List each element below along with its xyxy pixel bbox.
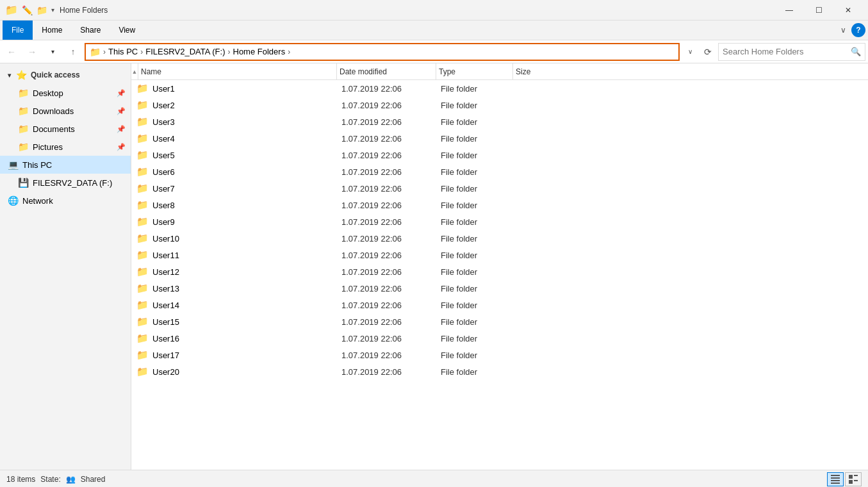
recent-locations-button[interactable]: ▾ xyxy=(44,43,61,61)
file-type: File folder xyxy=(441,317,518,327)
table-row[interactable]: 📁 User3 1.07.2019 22:06 File folder xyxy=(131,113,868,130)
pin-icon-desktop: 📌 xyxy=(117,89,126,97)
downloads-icon: 📁 xyxy=(18,106,29,116)
file-type: File folder xyxy=(441,334,518,343)
folder-icon: 📁 xyxy=(136,199,149,211)
file-date: 1.07.2019 22:06 xyxy=(341,134,441,144)
pictures-icon: 📁 xyxy=(18,142,29,152)
up-button[interactable]: ↑ xyxy=(64,43,82,61)
file-name: User6 xyxy=(152,167,175,177)
table-row[interactable]: 📁 User1 1.07.2019 22:06 File folder xyxy=(131,80,868,97)
table-row[interactable]: 📁 User16 1.07.2019 22:06 File folder xyxy=(131,330,868,347)
folder-icon: 📁 xyxy=(136,283,149,294)
file-date: 1.07.2019 22:06 xyxy=(341,101,441,110)
forward-button[interactable]: → xyxy=(23,43,41,61)
table-row[interactable]: 📁 User4 1.07.2019 22:06 File folder xyxy=(131,130,868,147)
quick-access-star-icon: ⭐ xyxy=(16,70,27,80)
table-row[interactable]: 📁 User5 1.07.2019 22:06 File folder xyxy=(131,147,868,163)
col-header-size[interactable]: Size xyxy=(513,63,577,79)
tab-view[interactable]: View xyxy=(110,21,144,40)
quick-access-collapse-icon: ▾ xyxy=(8,72,11,79)
file-date: 1.07.2019 22:06 xyxy=(341,251,441,260)
table-row[interactable]: 📁 User7 1.07.2019 22:06 File folder xyxy=(131,180,868,197)
back-button[interactable]: ← xyxy=(3,43,20,61)
breadcrumb-part-folder[interactable]: Home Folders xyxy=(233,47,286,56)
minimize-button[interactable]: — xyxy=(774,0,804,21)
table-row[interactable]: 📁 User11 1.07.2019 22:06 File folder xyxy=(131,247,868,263)
file-type: File folder xyxy=(441,201,518,210)
column-headers: ▲ Name Date modified Type Size xyxy=(131,63,868,80)
title-quick-access-icon: 📁 xyxy=(37,5,47,15)
table-row[interactable]: 📁 User2 1.07.2019 22:06 File folder xyxy=(131,97,868,113)
col-header-date[interactable]: Date modified xyxy=(337,63,436,79)
table-row[interactable]: 📁 User9 1.07.2019 22:06 File folder xyxy=(131,213,868,230)
svg-rect-4 xyxy=(849,475,853,479)
sidebar-item-desktop[interactable]: 📁 Desktop 📌 xyxy=(0,84,131,102)
content-view-button[interactable] xyxy=(845,472,862,486)
sidebar-item-downloads[interactable]: 📁 Downloads 📌 xyxy=(0,102,131,120)
sidebar-item-filesrv2[interactable]: 💾 FILESRV2_DATA (F:) xyxy=(0,174,131,192)
table-row[interactable]: 📁 User15 1.07.2019 22:06 File folder xyxy=(131,313,868,330)
sidebar-item-pictures[interactable]: 📁 Pictures 📌 xyxy=(0,138,131,156)
file-name: User4 xyxy=(152,134,175,144)
address-dropdown-button[interactable]: ∨ xyxy=(682,43,698,61)
sidebar-item-documents[interactable]: 📁 Documents 📌 xyxy=(0,120,131,138)
sidebar-item-thispc[interactable]: 💻 This PC xyxy=(0,156,131,174)
table-row[interactable]: 📁 User20 1.07.2019 22:06 File folder xyxy=(131,363,868,380)
breadcrumb-part-thispc[interactable]: This PC xyxy=(108,47,138,56)
col-header-type[interactable]: Type xyxy=(436,63,513,79)
address-breadcrumb[interactable]: 📁 › This PC › FILESRV2_DATA (F:) › Home … xyxy=(85,43,680,61)
folder-icon: 📁 xyxy=(136,333,149,344)
title-pencil-icon: ✏️ xyxy=(22,5,33,15)
ribbon-collapse-button[interactable]: ∨ xyxy=(838,23,849,37)
file-name: User5 xyxy=(152,151,175,160)
table-row[interactable]: 📁 User10 1.07.2019 22:06 File folder xyxy=(131,230,868,247)
tab-share[interactable]: Share xyxy=(71,21,110,40)
tab-home[interactable]: Home xyxy=(33,21,71,40)
file-date: 1.07.2019 22:06 xyxy=(341,234,441,244)
table-row[interactable]: 📁 User14 1.07.2019 22:06 File folder xyxy=(131,297,868,313)
table-row[interactable]: 📁 User8 1.07.2019 22:06 File folder xyxy=(131,197,868,213)
file-date: 1.07.2019 22:06 xyxy=(341,201,441,210)
table-row[interactable]: 📁 User12 1.07.2019 22:06 File folder xyxy=(131,263,868,280)
file-name: User16 xyxy=(152,334,179,343)
svg-rect-1 xyxy=(831,477,840,479)
pin-icon-pictures: 📌 xyxy=(117,143,126,151)
file-name-cell: 📁 User13 xyxy=(136,283,341,294)
refresh-button[interactable]: ⟳ xyxy=(700,43,716,61)
folder-icon: 📁 xyxy=(136,216,149,227)
help-button[interactable]: ? xyxy=(851,23,865,37)
file-date: 1.07.2019 22:06 xyxy=(341,284,441,293)
file-name: User8 xyxy=(152,201,175,210)
file-name: User12 xyxy=(152,267,179,277)
search-input[interactable] xyxy=(723,47,851,56)
file-name-cell: 📁 User1 xyxy=(136,83,341,94)
tab-file[interactable]: File xyxy=(3,21,33,40)
file-date: 1.07.2019 22:06 xyxy=(341,151,441,160)
table-row[interactable]: 📁 User17 1.07.2019 22:06 File folder xyxy=(131,347,868,363)
maximize-button[interactable]: ☐ xyxy=(804,0,833,21)
col-header-name[interactable]: Name xyxy=(138,63,337,79)
ribbon-tabs: File Home Share View ∨ ? xyxy=(0,21,868,40)
file-date: 1.07.2019 22:06 xyxy=(341,217,441,227)
status-bar-right xyxy=(827,472,862,486)
file-name-cell: 📁 User9 xyxy=(136,216,341,227)
address-bar-row: ← → ▾ ↑ 📁 › This PC › FILESRV2_DATA (F:)… xyxy=(0,40,868,63)
pin-icon-documents: 📌 xyxy=(117,125,126,133)
table-row[interactable]: 📁 User13 1.07.2019 22:06 File folder xyxy=(131,280,868,297)
file-name-cell: 📁 User20 xyxy=(136,366,341,377)
sidebar-item-network[interactable]: 🌐 Network xyxy=(0,192,131,210)
table-row[interactable]: 📁 User6 1.07.2019 22:06 File folder xyxy=(131,163,868,180)
file-type: File folder xyxy=(441,234,518,244)
file-type: File folder xyxy=(441,351,518,360)
file-type: File folder xyxy=(441,251,518,260)
title-bar-controls: — ☐ ✕ xyxy=(774,0,863,21)
close-button[interactable]: ✕ xyxy=(833,0,863,21)
drive-icon: 💾 xyxy=(18,177,29,188)
breadcrumb-part-drive[interactable]: FILESRV2_DATA (F:) xyxy=(145,47,225,56)
sidebar-quick-access-label[interactable]: Quick access xyxy=(31,70,80,79)
breadcrumb-chevron-4: › xyxy=(288,47,290,56)
title-bar-icons: 📁 ✏️ 📁 ▾ xyxy=(5,4,54,16)
state-value: Shared xyxy=(81,475,106,484)
details-view-button[interactable] xyxy=(827,472,844,486)
